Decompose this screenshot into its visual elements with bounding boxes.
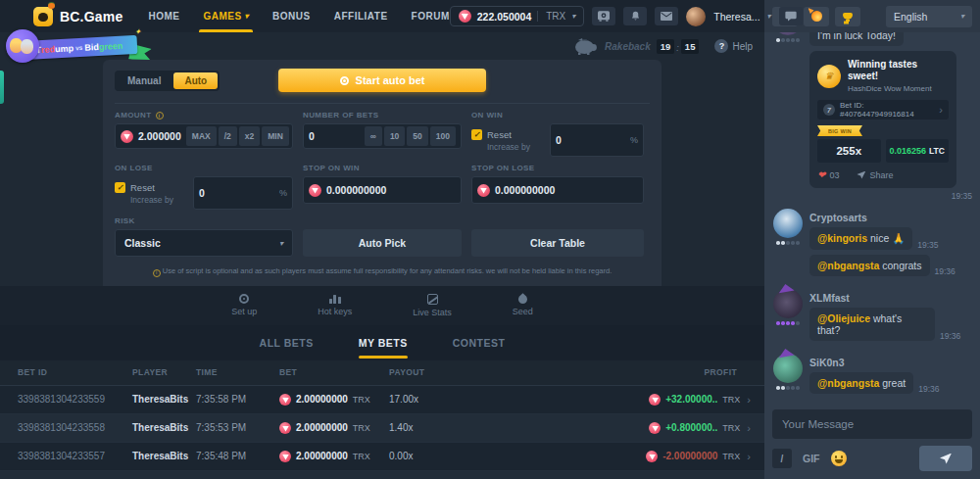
notifications-button[interactable] [623,7,647,25]
help-button[interactable]: Help [714,39,753,53]
stop-on-lose-input[interactable]: 0.000000000 [471,176,644,204]
table-row[interactable]: 3398381304233559 TheresaBits 7:35:58 PM … [0,386,764,414]
reset-checkbox[interactable] [115,182,125,193]
header-profit: PROFIT [460,367,751,377]
mention[interactable]: @nbgangsta [817,260,879,271]
win-card-bet-id[interactable]: Bet ID: #4076447949916814 [817,100,949,120]
tab-contest[interactable]: CONTEST [453,325,506,360]
on-win-input[interactable]: 0 % [550,123,644,157]
stop-on-win-value: 0.000000000 [326,184,386,196]
banner-characters [6,29,39,63]
chat-username[interactable]: XLMfast [809,292,972,304]
tab-all-bets[interactable]: ALL BETS [260,325,314,360]
share-label[interactable]: Share [869,170,893,180]
live-stats-button[interactable]: Live Stats [413,294,452,317]
payout-multiplier: 0.00x [389,451,460,461]
on-lose-value: 0 [199,187,205,199]
avatar[interactable] [773,32,803,35]
max-button[interactable]: MAX [186,126,217,146]
main-area: BC.Game HOME GAMES BONUS AFFILIATE FORUM… [0,0,764,479]
auto-pick-button[interactable]: Auto Pick [303,229,462,257]
double-button[interactable]: x2 [239,126,260,146]
share-icon[interactable] [857,171,865,179]
avatar[interactable] [773,289,803,318]
avatar[interactable] [773,209,803,238]
avatar[interactable] [773,354,803,383]
help-label: Help [732,41,753,52]
bets-10-button[interactable]: 10 [384,126,405,146]
messages-button[interactable] [655,7,678,25]
rakeback-widget[interactable]: Rakeback 19 15 [573,37,699,55]
star-icon [134,27,141,36]
win-share-card[interactable]: Winning tastes sweet! HashDice Wow Momen… [809,51,956,188]
chat-message-input[interactable] [772,409,972,439]
risk-row: RISK Classic Auto Pick Clear Table [115,216,650,257]
vault-button[interactable] [592,7,615,25]
chat-username[interactable]: SiK0n3 [809,357,972,368]
nav-item-games[interactable]: GAMES [203,0,249,32]
bets-50-button[interactable]: 50 [407,126,427,146]
chat-toggle-button[interactable] [779,7,803,25]
table-row[interactable]: 3398381304233558 TheresaBits 7:35:53 PM … [0,414,764,443]
bet-amount: 2.00000000TRX [279,451,389,462]
bet-amount: 2.00000000TRX [279,394,389,406]
seed-button[interactable]: Seed [513,295,533,316]
reset-checkbox[interactable] [471,129,482,140]
seed-label: Seed [513,307,533,316]
balance-selector[interactable]: 222.050004 TRX [450,6,585,26]
table-row[interactable]: 3398381304233557 TheresaBits 7:35:48 PM … [0,443,764,471]
number-of-bets-input[interactable]: 0 ∞ 10 50 100 [303,123,462,149]
start-auto-bet-button[interactable]: Start auto bet [278,69,486,92]
amount-input[interactable]: 2.000000 MAX /2 x2 MIN [115,123,293,149]
trx-coin-icon [649,422,661,434]
profit-amount: +0.800000..TRX [460,422,751,434]
contest-button[interactable] [835,7,860,26]
fireball-button[interactable] [804,7,829,26]
bets-100-button[interactable]: 100 [430,126,456,146]
hot-keys-button[interactable]: Hot keys [318,294,352,316]
table-row[interactable]: 3398381304233556 TheresaBits 7:35:43 PM … [0,471,764,479]
chat-bubble: @nbgangsta great [809,372,913,394]
mention[interactable]: @kingoris [817,232,867,244]
user-avatar[interactable] [686,7,706,26]
send-message-button[interactable] [919,446,972,471]
envelope-icon [661,12,672,21]
min-button[interactable]: MIN [262,126,289,146]
auto-mode-tab[interactable]: Auto [173,72,218,89]
risk-select[interactable]: Classic [115,229,293,257]
nav-item-forum[interactable]: FORUM [412,0,450,32]
emoji-picker-icon[interactable] [831,451,847,466]
heart-icon[interactable] [817,169,825,180]
amount-value: 2.000000 [138,130,181,142]
bets-presets: ∞ 10 50 100 [365,124,456,148]
rakeback-seconds: 15 [681,39,700,54]
spinner-icon [340,76,349,85]
bet-time: 7:35:53 PM [196,422,279,433]
nav-item-bonus[interactable]: BONUS [272,0,311,32]
clear-table-button[interactable]: Clear Table [471,229,644,257]
manual-mode-tab[interactable]: Manual [117,72,172,89]
tab-my-bets[interactable]: MY BETS [359,325,408,360]
gif-button[interactable]: GIF [803,453,820,464]
slash-commands-button[interactable]: / [772,449,792,468]
percent-suffix: % [630,135,638,145]
bcgame-logo[interactable]: BC.Game [33,7,122,26]
mention[interactable]: @Oliejuice [817,312,870,324]
on-lose-input[interactable]: 0 % [193,176,293,210]
user-menu[interactable]: Theresa... [713,11,770,23]
set-up-button[interactable]: Set up [231,294,257,316]
bet-panel-zone: Manual Auto Start auto bet AMOUNT [0,60,764,286]
mention[interactable]: @nbgangsta [817,377,879,389]
infinity-button[interactable]: ∞ [365,126,382,146]
info-icon[interactable] [156,112,164,120]
balance-currency[interactable]: TRX [537,11,575,22]
trophy-icon [843,13,853,20]
reset-label: Reset [130,182,155,193]
half-button[interactable]: /2 [219,126,237,146]
chat-language-select[interactable]: English [886,6,972,27]
nav-item-affiliate[interactable]: AFFILIATE [334,0,388,32]
stop-on-win-input[interactable]: 0.000000000 [303,176,462,204]
nav-item-home[interactable]: HOME [148,0,179,32]
chat-username[interactable]: Cryptosarts [809,212,972,223]
promo-banner[interactable]: TredumpvsBidgreen [6,29,145,72]
